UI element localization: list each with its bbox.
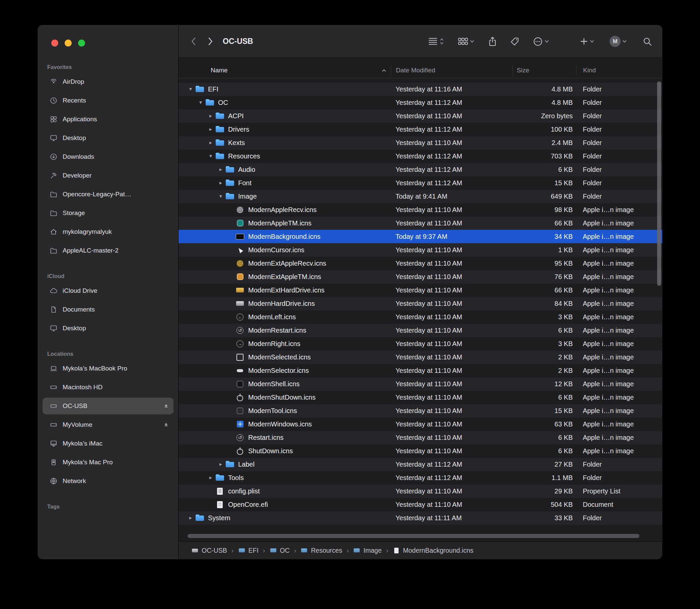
sidebar-item-mykola-s-macbook-pro[interactable]: Mykola’s MacBook Pro: [42, 360, 174, 377]
disclosure-closed-icon[interactable]: ▸: [206, 113, 215, 119]
file-row[interactable]: ▸SystemYesterday at 11:11 AM33 KBFolder: [178, 511, 662, 525]
disclosure-closed-icon[interactable]: ▸: [206, 475, 215, 480]
disclosure-closed-icon[interactable]: ▸: [206, 127, 215, 132]
file-row[interactable]: ▸ACPIYesterday at 11:10 AMZero bytesFold…: [178, 109, 662, 123]
sidebar-item-applealc-master-2[interactable]: AppleALC-master-2: [42, 242, 174, 259]
sidebar-item-developer[interactable]: Developer: [42, 167, 174, 184]
sidebar-item-mykolagrymalyuk[interactable]: mykolagrymalyuk: [42, 223, 174, 240]
file-row[interactable]: ModernShutDown.icnsYesterday at 11:10 AM…: [178, 390, 662, 404]
sidebar-item-oc-usb[interactable]: OC-USB: [42, 398, 174, 414]
file-row[interactable]: ▸ToolsYesterday at 11:12 AM1.1 MBFolder: [178, 471, 662, 484]
file-row[interactable]: ModernAppleTM.icnsYesterday at 11:10 AM6…: [178, 216, 662, 230]
disclosure-closed-icon[interactable]: ▸: [216, 462, 225, 467]
sidebar-item-desktop[interactable]: Desktop: [42, 320, 174, 337]
file-row[interactable]: ▸FontYesterday at 11:12 AM15 KBFolder: [178, 176, 662, 190]
path-segment-image[interactable]: Image: [353, 547, 382, 554]
eject-icon[interactable]: [163, 403, 170, 410]
file-row[interactable]: ▾ResourcesYesterday at 11:12 AM703 KBFol…: [178, 150, 662, 163]
path-segment-oc[interactable]: OC: [269, 547, 290, 554]
account-button[interactable]: M: [610, 36, 627, 47]
file-row[interactable]: ▸LabelYesterday at 11:12 AM27 KBFolder: [178, 457, 662, 471]
file-row[interactable]: ModernLeft.icnsYesterday at 11:10 AM3 KB…: [178, 310, 662, 324]
search-button[interactable]: [643, 37, 652, 46]
sidebar-item-network[interactable]: Network: [42, 473, 174, 489]
forward-button[interactable]: [208, 37, 213, 46]
close-button[interactable]: [51, 39, 58, 47]
file-row[interactable]: ModernSelector.icnsYesterday at 11:10 AM…: [178, 364, 662, 377]
disclosure-open-icon[interactable]: ▾: [196, 100, 205, 105]
file-row[interactable]: ModernBackground.icnsToday at 9:37 AM34 …: [178, 230, 662, 243]
file-kind: Apple i…n image: [576, 390, 662, 404]
disclosure-closed-icon[interactable]: ▸: [216, 167, 225, 172]
file-row[interactable]: ModernShell.icnsYesterday at 11:10 AM12 …: [178, 377, 662, 390]
add-button[interactable]: [580, 37, 594, 46]
file-row[interactable]: ModernAppleRecv.icnsYesterday at 11:10 A…: [178, 203, 662, 216]
horizontal-scrollbar[interactable]: [188, 534, 640, 538]
column-header-date[interactable]: Date Modified: [391, 65, 512, 75]
path-segment-label: OC-USB: [202, 547, 227, 554]
sidebar-item-documents[interactable]: Documents: [42, 301, 174, 318]
more-button[interactable]: [533, 36, 549, 47]
minimize-button[interactable]: [65, 39, 72, 47]
path-segment-modernbackground-icns[interactable]: ModernBackground.icns: [392, 547, 473, 554]
disclosure-open-icon[interactable]: ▾: [186, 86, 195, 92]
file-row[interactable]: ModernTool.icnsYesterday at 11:10 AM15 K…: [178, 404, 662, 417]
file-size: 33 KB: [512, 511, 576, 525]
path-segment-resources[interactable]: Resources: [300, 547, 342, 554]
sidebar-item-macintosh-hd[interactable]: Macintosh HD: [42, 379, 174, 396]
disclosure-open-icon[interactable]: ▾: [216, 194, 225, 199]
file-row[interactable]: ▸DriversYesterday at 11:12 AM100 KBFolde…: [178, 123, 662, 136]
zoom-button[interactable]: [78, 39, 85, 47]
tags-button[interactable]: [510, 37, 520, 46]
share-button[interactable]: [488, 36, 497, 47]
back-button[interactable]: [191, 37, 196, 46]
path-segment-oc-usb[interactable]: OC-USB: [191, 547, 227, 554]
file-row[interactable]: ▸AudioYesterday at 11:12 AM6 KBFolder: [178, 163, 662, 176]
file-row[interactable]: ▾EFIYesterday at 11:16 AM4.8 MBFolder: [178, 82, 662, 96]
disclosure-closed-icon[interactable]: ▸: [186, 515, 195, 521]
file-row[interactable]: ModernWindows.icnsYesterday at 11:10 AM6…: [178, 417, 662, 431]
column-header-name[interactable]: Name: [178, 65, 391, 75]
disclosure-closed-icon[interactable]: ▸: [206, 140, 215, 145]
sidebar-item-mykola-s-mac-pro[interactable]: Mykola’s Mac Pro: [42, 454, 174, 471]
group-button[interactable]: [458, 37, 474, 46]
file-row[interactable]: ModernHardDrive.icnsYesterday at 11:10 A…: [178, 297, 662, 310]
column-header-kind[interactable]: Kind: [576, 65, 662, 75]
file-row[interactable]: ModernRight.icnsYesterday at 11:10 AM3 K…: [178, 337, 662, 350]
file-row[interactable]: ModernCursor.icnsYesterday at 11:10 AM1 …: [178, 243, 662, 257]
disclosure-open-icon[interactable]: ▾: [206, 153, 215, 159]
sidebar-item-storage[interactable]: Storage: [42, 205, 174, 222]
file-row[interactable]: ShutDown.icnsYesterday at 11:10 AM6 KBAp…: [178, 444, 662, 457]
sidebar-item-label: Network: [63, 477, 86, 485]
sidebar-item-opencore-legacy-pat[interactable]: Opencore-Legacy-Pat…: [42, 186, 174, 203]
sidebar-item-myvolume[interactable]: MyVolume: [42, 416, 174, 433]
file-row[interactable]: ModernExtAppleTM.icnsYesterday at 11:10 …: [178, 270, 662, 283]
file-kind: Folder: [576, 457, 662, 471]
file-row[interactable]: ModernSelected.icnsYesterday at 11:10 AM…: [178, 350, 662, 364]
file-row[interactable]: config.plistYesterday at 11:10 AM29 KBPr…: [178, 484, 662, 498]
file-row[interactable]: ModernExtHardDrive.icnsYesterday at 11:1…: [178, 283, 662, 297]
file-name: ModernWindows.icns: [248, 420, 312, 428]
file-row[interactable]: ModernExtAppleRecv.icnsYesterday at 11:1…: [178, 257, 662, 270]
sidebar-item-label: Storage: [63, 209, 85, 217]
file-row[interactable]: ModernRestart.icnsYesterday at 11:10 AM6…: [178, 324, 662, 337]
file-row[interactable]: Restart.icnsYesterday at 11:10 AM6 KBApp…: [178, 431, 662, 444]
file-row[interactable]: ▸KextsYesterday at 11:10 AM2.4 MBFolder: [178, 136, 662, 150]
disclosure-closed-icon[interactable]: ▸: [216, 180, 225, 186]
view-options-button[interactable]: [428, 37, 444, 46]
sidebar-item-mykola-s-imac[interactable]: Mykola’s iMac: [42, 435, 174, 452]
path-segment-efi[interactable]: EFI: [238, 547, 259, 554]
sidebar-item-icloud-drive[interactable]: iCloud Drive: [42, 282, 174, 299]
vertical-scrollbar[interactable]: [657, 82, 661, 286]
sidebar-item-airdrop[interactable]: AirDrop: [42, 73, 174, 90]
sidebar-item-recents[interactable]: Recents: [42, 92, 174, 109]
sidebar-item-desktop[interactable]: Desktop: [42, 129, 174, 146]
file-row[interactable]: ▾ImageToday at 9:41 AM649 KBFolder: [178, 190, 662, 203]
column-header-size[interactable]: Size: [512, 65, 576, 75]
sidebar-item-applications[interactable]: Applications: [42, 111, 174, 128]
sidebar-item-downloads[interactable]: Downloads: [42, 149, 174, 165]
file-row[interactable]: OpenCore.efiYesterday at 11:10 AM504 KBD…: [178, 498, 662, 511]
file-row[interactable]: ▾OCYesterday at 11:12 AM4.8 MBFolder: [178, 96, 662, 109]
file-size: 6 KB: [512, 324, 576, 337]
eject-icon[interactable]: [163, 421, 170, 428]
